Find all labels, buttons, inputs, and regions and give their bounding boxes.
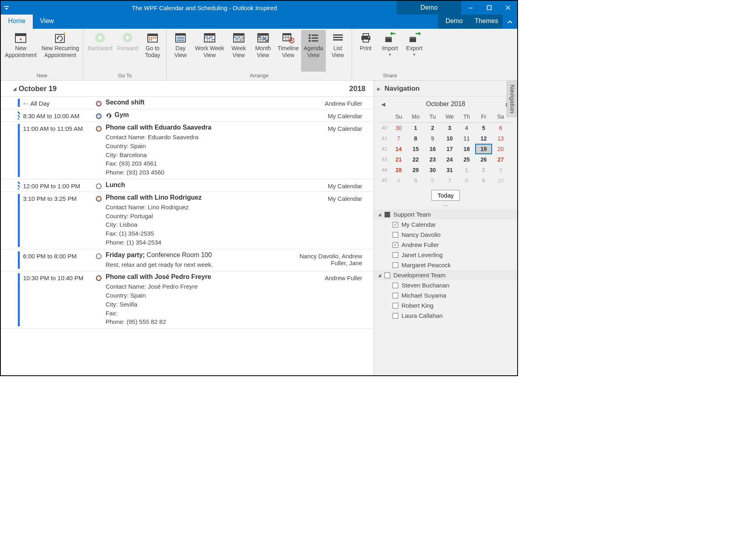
calendar-day[interactable]: 29 bbox=[407, 165, 424, 175]
calendar-day[interactable]: 4 bbox=[458, 123, 475, 133]
calendar-day[interactable]: 11 bbox=[458, 133, 475, 144]
calendar-day[interactable]: 6 bbox=[424, 175, 441, 186]
calendar-day[interactable]: 20 bbox=[492, 144, 509, 154]
import-button[interactable]: Import▼ bbox=[378, 30, 402, 72]
calendar-day[interactable]: 3 bbox=[441, 123, 458, 133]
calendar-day[interactable]: 1 bbox=[458, 165, 475, 175]
tree-group[interactable]: ◢Support Team bbox=[374, 209, 517, 219]
calendar-day[interactable]: 8 bbox=[407, 133, 424, 144]
day-view-button[interactable]: Day View bbox=[168, 30, 193, 72]
checkbox[interactable] bbox=[393, 293, 398, 298]
timeline-view-button[interactable]: Timeline View bbox=[275, 30, 301, 72]
checkbox[interactable] bbox=[393, 252, 398, 258]
calendar-day[interactable]: 21 bbox=[390, 154, 407, 165]
prev-month-button[interactable]: ◀ bbox=[379, 101, 388, 107]
calendar-day[interactable]: 16 bbox=[424, 144, 441, 154]
export-button[interactable]: Export▼ bbox=[402, 30, 427, 72]
tab-view[interactable]: View bbox=[33, 15, 61, 29]
agenda-row[interactable]: 11:00 AM to 11:05 AM Phone call with Edu… bbox=[1, 122, 374, 179]
calendar-day[interactable]: 27 bbox=[492, 154, 509, 165]
checkbox[interactable] bbox=[393, 232, 398, 238]
checkbox[interactable] bbox=[393, 262, 398, 268]
agenda-date-header[interactable]: ◢ October 19 2018 bbox=[1, 81, 374, 97]
agenda-row[interactable]: 6:00 PM to 8:00 PM Friday party; Confere… bbox=[1, 249, 374, 272]
agenda-row[interactable]: 8:30 AM to 10:00 AM Gym My Calendar bbox=[1, 109, 374, 122]
agenda-row[interactable]: 10:30 PM to 10:40 PM Phone call with Jos… bbox=[1, 271, 374, 329]
calendar-day[interactable]: 12 bbox=[475, 133, 492, 144]
agenda-row[interactable]: 12:00 PM to 1:00 PM Lunch My Calendar bbox=[1, 179, 374, 192]
tab-themes[interactable]: Themes bbox=[470, 15, 503, 29]
calendar-day[interactable]: 30 bbox=[390, 123, 407, 133]
calendar-day[interactable]: 28 bbox=[390, 165, 407, 175]
checkbox[interactable] bbox=[393, 313, 398, 319]
tree-item[interactable]: Margaret Peacock bbox=[374, 260, 517, 270]
checkbox[interactable] bbox=[393, 303, 398, 309]
calendar-day[interactable]: 5 bbox=[407, 175, 424, 186]
calendar-day[interactable]: 24 bbox=[441, 154, 458, 165]
calendar-day[interactable]: 5 bbox=[475, 123, 492, 133]
checkbox[interactable] bbox=[384, 272, 390, 278]
goto-today-button[interactable]: Go to Today bbox=[140, 30, 165, 72]
tab-demo[interactable]: Demo bbox=[438, 15, 470, 29]
forward-button[interactable]: Forward bbox=[115, 30, 140, 72]
tree-item[interactable]: ✓Andrew Fuller bbox=[374, 240, 517, 250]
today-button[interactable]: Today bbox=[431, 190, 460, 201]
agenda-row[interactable]: 🡐All Day Second shift Andrew Fuller bbox=[1, 97, 374, 109]
checkbox[interactable] bbox=[393, 283, 398, 288]
calendar-day[interactable]: 23 bbox=[424, 154, 441, 165]
calendar-day[interactable]: 9 bbox=[424, 133, 441, 144]
calendar-day[interactable]: 7 bbox=[390, 133, 407, 144]
tree-item[interactable]: Laura Callahan bbox=[374, 311, 517, 321]
calendar-day[interactable]: 13 bbox=[492, 133, 509, 144]
week-view-button[interactable]: Week View bbox=[227, 30, 251, 72]
calendar-day[interactable]: 6 bbox=[492, 123, 509, 133]
calendar-day[interactable]: 10 bbox=[492, 175, 509, 186]
print-button[interactable]: Print bbox=[354, 30, 378, 72]
calendar-day[interactable]: 17 bbox=[441, 144, 458, 154]
close-button[interactable] bbox=[499, 1, 517, 15]
calendar-day[interactable]: 26 bbox=[475, 154, 492, 165]
navigation-vertical-tab[interactable]: Navigation bbox=[507, 81, 517, 117]
calendar-day[interactable]: 15 bbox=[407, 144, 424, 154]
resize-grip-icon[interactable]: ┉┉ bbox=[379, 204, 512, 208]
calendar-day[interactable]: 8 bbox=[458, 175, 475, 186]
month-view-button[interactable]: Month View bbox=[251, 30, 275, 72]
calendar-day[interactable]: 22 bbox=[407, 154, 424, 165]
calendar-day[interactable]: 14 bbox=[390, 144, 407, 154]
agenda-row[interactable]: 3:10 PM to 3:25 PM Phone call with Lino … bbox=[1, 192, 374, 249]
calendar-day[interactable]: 31 bbox=[441, 165, 458, 175]
tree-item[interactable]: ✓My Calendar bbox=[374, 219, 517, 230]
tree-item[interactable]: Michael Suyama bbox=[374, 290, 517, 300]
calendar-day[interactable]: 30 bbox=[424, 165, 441, 175]
new-recurring-appointment-button[interactable]: New Recurring Appointment bbox=[39, 30, 82, 72]
ribbon-collapse-icon[interactable] bbox=[503, 15, 517, 29]
work-week-view-button[interactable]: Work Week View bbox=[193, 30, 227, 72]
maximize-button[interactable] bbox=[480, 1, 499, 15]
calendar-day[interactable]: 4 bbox=[390, 175, 407, 186]
tree-item[interactable]: Steven Buchanan bbox=[374, 280, 517, 290]
calendar-day[interactable]: 9 bbox=[475, 175, 492, 186]
navigation-header[interactable]: ▶ Navigation bbox=[374, 81, 517, 96]
tree-item[interactable]: Nancy Davolio bbox=[374, 230, 517, 240]
tab-home[interactable]: Home bbox=[1, 15, 33, 29]
calendar-day[interactable]: 3 bbox=[492, 165, 509, 175]
checkbox[interactable]: ✓ bbox=[393, 222, 398, 228]
tree-item[interactable]: Janet Leverling bbox=[374, 250, 517, 260]
list-view-button[interactable]: List View bbox=[326, 30, 350, 72]
calendar-day[interactable]: 7 bbox=[441, 175, 458, 186]
tree-item[interactable]: Robert King bbox=[374, 300, 517, 311]
backward-button[interactable]: Backward bbox=[85, 30, 115, 72]
calendar-day[interactable]: 25 bbox=[458, 154, 475, 165]
agenda-view-button[interactable]: Agenda View bbox=[301, 30, 325, 72]
agenda-list[interactable]: 🡐All Day Second shift Andrew Fuller 8:30… bbox=[1, 97, 374, 375]
minimize-button[interactable] bbox=[461, 1, 480, 15]
checkbox[interactable] bbox=[384, 212, 390, 217]
calendar-day[interactable]: 19 bbox=[475, 144, 492, 154]
calendar-day[interactable]: 2 bbox=[475, 165, 492, 175]
calendar-day[interactable]: 10 bbox=[441, 133, 458, 144]
new-appointment-button[interactable]: New Appointment bbox=[2, 30, 39, 72]
calendar-day[interactable]: 18 bbox=[458, 144, 475, 154]
checkbox[interactable]: ✓ bbox=[393, 242, 398, 248]
calendar-day[interactable]: 1 bbox=[407, 123, 424, 133]
calendar-day[interactable]: 2 bbox=[424, 123, 441, 133]
